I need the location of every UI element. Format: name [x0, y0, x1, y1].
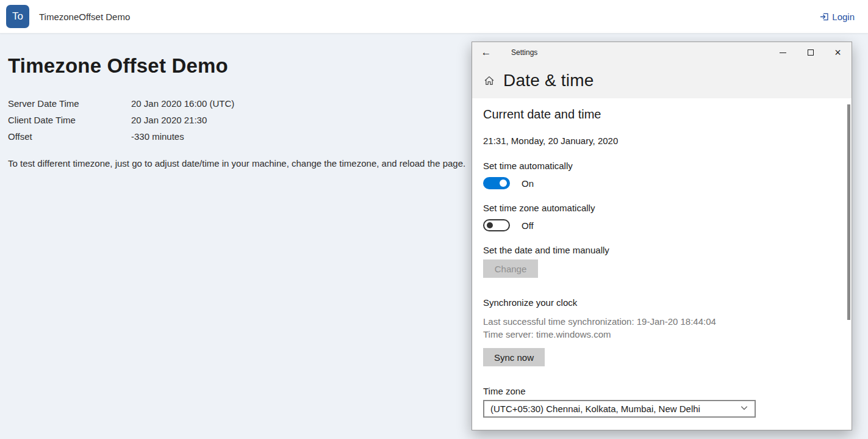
set-time-auto-toggle[interactable] — [483, 177, 510, 189]
timezone-selected-value: (UTC+05:30) Chennai, Kolkata, Mumbai, Ne… — [490, 404, 700, 414]
set-time-auto-row: On — [483, 176, 841, 190]
settings-titlebar: ← Settings × — [472, 42, 852, 63]
toggle-knob — [487, 222, 493, 228]
set-zone-auto-row: Off — [483, 219, 841, 232]
back-arrow-icon: ← — [481, 46, 492, 59]
close-button[interactable]: × — [824, 42, 852, 63]
sync-now-button[interactable]: Sync now — [483, 348, 545, 366]
offset-value: -330 minutes — [131, 131, 184, 142]
maximize-icon — [808, 49, 814, 56]
login-link[interactable]: Login — [820, 12, 855, 22]
timezone-label: Time zone — [483, 386, 841, 396]
set-time-auto-state: On — [522, 178, 534, 189]
settings-content: Current date and time 21:31, Monday, 20 … — [472, 98, 852, 418]
last-sync-text: Last successful time synchronization: 19… — [483, 315, 841, 328]
settings-window-title: Settings — [511, 48, 537, 57]
current-datetime-heading: Current date and time — [483, 107, 841, 122]
settings-page-title: Date & time — [503, 71, 594, 90]
close-icon: × — [834, 46, 841, 59]
current-datetime-value: 21:31, Monday, 20 January, 2020 — [483, 136, 841, 146]
window-controls: × — [769, 42, 852, 63]
settings-page-header: Date & time — [472, 63, 852, 98]
app-logo[interactable]: To — [6, 5, 29, 28]
maximize-button[interactable] — [797, 42, 824, 63]
change-button[interactable]: Change — [483, 259, 538, 278]
client-datetime-label: Client Date Time — [8, 115, 131, 125]
app-logo-text: To — [12, 10, 23, 23]
minimize-button[interactable] — [769, 42, 797, 63]
toggle-knob — [500, 180, 507, 187]
top-navbar: To TimezoneOffset Demo Login — [0, 0, 868, 34]
time-server-text: Time server: time.windows.com — [483, 328, 841, 341]
server-datetime-label: Server Date Time — [8, 98, 131, 109]
set-manual-label: Set the date and time manually — [483, 245, 841, 255]
set-zone-auto-state: Off — [522, 220, 534, 231]
login-label: Login — [832, 12, 855, 22]
brand-title: TimezoneOffset Demo — [39, 12, 130, 22]
back-button[interactable]: ← — [472, 42, 500, 63]
login-icon — [820, 12, 829, 21]
minimize-icon — [780, 53, 786, 53]
offset-label: Offset — [8, 131, 131, 142]
set-zone-auto-label: Set time zone automatically — [483, 203, 841, 213]
client-datetime-value: 20 Jan 2020 21:30 — [131, 115, 207, 125]
chevron-down-icon — [740, 404, 748, 414]
settings-scrollbar[interactable] — [847, 104, 850, 320]
sync-clock-heading: Synchronize your clock — [483, 297, 841, 308]
home-icon[interactable] — [484, 75, 495, 86]
set-time-auto-label: Set time automatically — [483, 161, 841, 171]
settings-window: ← Settings × Date & time Current date an… — [472, 42, 852, 430]
set-zone-auto-toggle[interactable] — [483, 219, 510, 231]
server-datetime-value: 20 Jan 2020 16:00 (UTC) — [131, 98, 234, 109]
timezone-select[interactable]: (UTC+05:30) Chennai, Kolkata, Mumbai, Ne… — [483, 400, 756, 418]
